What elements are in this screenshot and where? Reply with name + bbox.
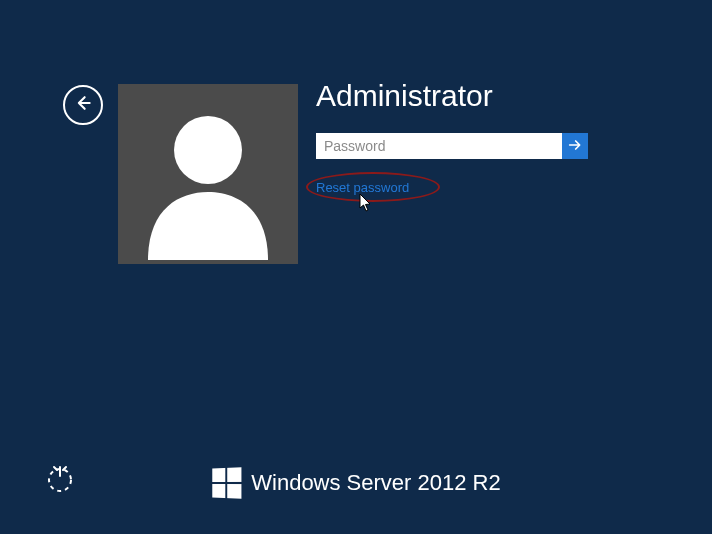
svg-point-0 [174,116,242,184]
brand-text: Windows Server 2012 R2 [251,470,500,496]
user-avatar [118,84,298,264]
back-button[interactable] [63,85,103,125]
arrow-right-icon [567,137,583,156]
ease-of-access-button[interactable] [44,464,76,496]
branding: Windows Server 2012 R2 [211,468,500,498]
product-suffix: R2 [473,470,501,495]
mouse-cursor-icon [359,193,373,217]
username-label: Administrator [316,79,493,113]
arrow-left-icon [73,93,93,117]
person-silhouette-icon [138,100,278,264]
password-input[interactable] [316,133,562,159]
submit-button[interactable] [562,133,588,159]
windows-logo-icon [212,467,241,498]
product-name: Windows Server 2012 [251,470,466,495]
reset-password-link[interactable]: Reset password [316,180,409,195]
password-row [316,133,588,159]
